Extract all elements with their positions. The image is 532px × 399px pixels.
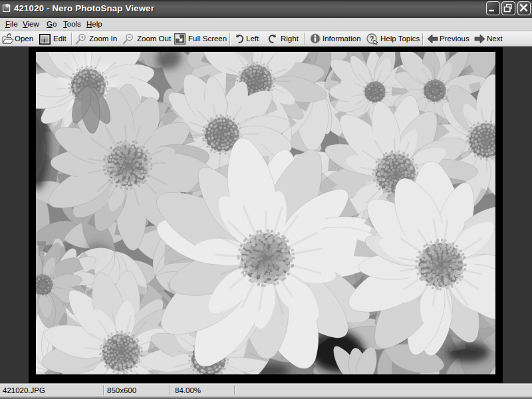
svg-text:?: ?: [370, 35, 374, 43]
